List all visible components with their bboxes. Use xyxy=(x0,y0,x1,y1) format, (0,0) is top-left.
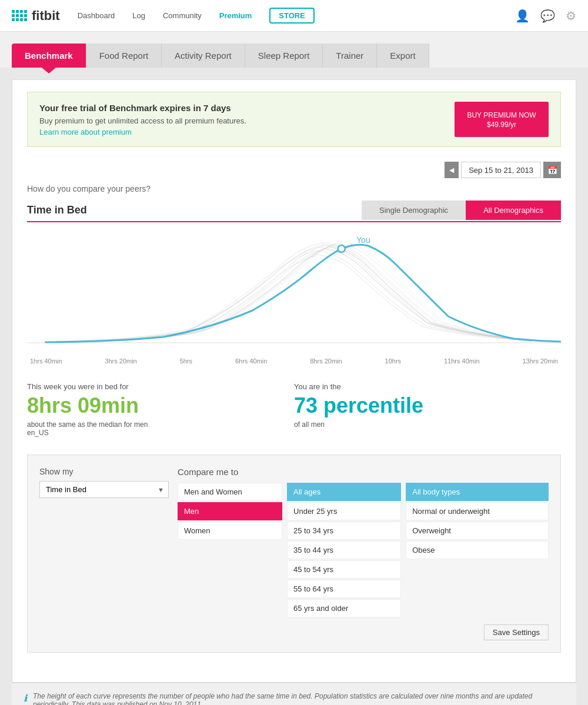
compare-columns: Men and Women Men Women All ages Under 2… xyxy=(178,483,549,619)
profile-icon[interactable]: 👤 xyxy=(515,9,530,23)
time-value: 8hrs 09min xyxy=(27,393,294,418)
store-button[interactable]: STORE xyxy=(269,8,315,24)
metric-title: Time in Bed xyxy=(27,199,362,221)
learn-more-link[interactable]: Learn more about premium xyxy=(39,128,132,136)
gender-option-men[interactable]: Men xyxy=(178,502,282,520)
age-option-45to54[interactable]: 45 to 54 yrs xyxy=(287,560,401,579)
show-my-select[interactable]: Time in BedStepsCaloriesDistanceActive M… xyxy=(39,481,169,498)
svg-point-1 xyxy=(338,245,345,252)
compare-me-title: Compare me to xyxy=(178,467,549,477)
age-option-55to64[interactable]: 55 to 64 yrs xyxy=(287,580,401,598)
percentile-label: You are in the xyxy=(294,382,561,391)
tab-export[interactable]: Export xyxy=(377,44,429,68)
footer-note: ℹ The height of each curve represents th… xyxy=(12,683,576,705)
banner-text: Your free trial of Benchmark expires in … xyxy=(39,103,246,136)
tab-section: Benchmark Food Report Activity Report Sl… xyxy=(0,32,588,68)
age-option-65plus[interactable]: 65 yrs and older xyxy=(287,599,401,617)
date-calendar-button[interactable]: 📅 xyxy=(543,162,561,178)
date-prev-button[interactable]: ◄ xyxy=(445,162,459,178)
x-label-0: 1hrs 40min xyxy=(30,357,62,365)
messages-icon[interactable]: 💬 xyxy=(540,9,555,23)
buy-price: $49.99 xyxy=(487,121,509,129)
nav-icons: 👤 💬 ⚙ xyxy=(515,9,576,23)
age-option-all[interactable]: All ages xyxy=(287,483,401,501)
single-demographic-button[interactable]: Single Demographic xyxy=(362,201,466,220)
compare-box: Show my Time in BedStepsCaloriesDistance… xyxy=(27,455,561,653)
save-settings-button[interactable]: Save Settings xyxy=(484,624,549,640)
trial-banner: Your free trial of Benchmark expires in … xyxy=(27,92,561,147)
body-option-overweight[interactable]: Overweight xyxy=(406,522,549,540)
week-label: This week you were in bed for xyxy=(27,382,294,391)
age-option-under25[interactable]: Under 25 yrs xyxy=(287,502,401,520)
x-label-6: 11hrs 40min xyxy=(444,357,480,365)
toggle-bar: Time in Bed Single Demographic All Demog… xyxy=(27,199,561,222)
buy-premium-button[interactable]: BUY PREMIUM NOW $49.99/yr xyxy=(455,102,549,137)
x-label-5: 10hrs xyxy=(385,357,402,365)
date-label: Sep 15 to 21, 2013 xyxy=(461,162,541,178)
content-card: Your free trial of Benchmark expires in … xyxy=(12,79,576,683)
x-label-2: 5hrs xyxy=(180,357,192,365)
show-my-select-wrapper[interactable]: Time in BedStepsCaloriesDistanceActive M… xyxy=(39,481,169,498)
age-option-25to34[interactable]: 25 to 34 yrs xyxy=(287,522,401,540)
show-my-column: Show my Time in BedStepsCaloriesDistance… xyxy=(39,467,169,640)
compare-peers-label: How do you compare your peers? xyxy=(27,184,561,193)
tab-bar: Benchmark Food Report Activity Report Sl… xyxy=(12,44,576,68)
show-my-label: Show my xyxy=(39,467,169,476)
nav-dashboard[interactable]: Dashboard xyxy=(78,11,115,20)
gender-options: Men and Women Men Women xyxy=(178,483,282,619)
chart-svg: You xyxy=(27,234,561,352)
nav-links: Dashboard Log Community Premium STORE xyxy=(78,8,503,24)
main-content: Your free trial of Benchmark expires in … xyxy=(0,68,588,705)
percentile-value: 73 percentile xyxy=(294,393,561,418)
x-label-3: 6hrs 40min xyxy=(235,357,267,365)
tab-trainer[interactable]: Trainer xyxy=(323,44,377,68)
tab-activity-report[interactable]: Activity Report xyxy=(162,44,245,68)
x-label-4: 8hrs 20min xyxy=(310,357,342,365)
gender-option-women[interactable]: Women xyxy=(178,522,282,540)
logo[interactable]: fitbit xyxy=(12,8,60,24)
all-demographics-button[interactable]: All Demographics xyxy=(466,201,561,220)
percentile-sub: of all men xyxy=(294,420,561,429)
gender-option-all[interactable]: Men and Women xyxy=(178,483,282,501)
benchmark-chart: You xyxy=(27,234,561,352)
tab-food-report[interactable]: Food Report xyxy=(86,44,162,68)
time-sub2: en_US xyxy=(27,429,294,437)
x-label-7: 13hrs 20min xyxy=(522,357,558,365)
compare-me-column: Compare me to Men and Women Men Women Al… xyxy=(178,467,549,640)
tab-sleep-report[interactable]: Sleep Report xyxy=(245,44,323,68)
banner-body: Buy premium to get unlimited access to a… xyxy=(39,116,246,125)
banner-heading: Your free trial of Benchmark expires in … xyxy=(39,103,246,113)
tab-benchmark[interactable]: Benchmark xyxy=(12,44,86,68)
body-option-normal[interactable]: Normal or underweight xyxy=(406,502,549,520)
body-option-obese[interactable]: Obese xyxy=(406,541,549,559)
svg-text:You: You xyxy=(356,235,370,245)
time-sub1: about the same as the median for men xyxy=(27,420,294,429)
body-type-options: All body types Normal or underweight Ove… xyxy=(406,483,549,619)
footer-note-text: The height of each curve represents the … xyxy=(33,692,564,705)
nav-log[interactable]: Log xyxy=(132,11,145,20)
logo-dots-icon xyxy=(12,10,27,21)
buy-period: /yr xyxy=(509,121,516,129)
nav-community[interactable]: Community xyxy=(163,11,202,20)
settings-icon[interactable]: ⚙ xyxy=(566,9,576,23)
date-navigation: ◄ Sep 15 to 21, 2013 📅 xyxy=(27,162,561,178)
logo-text: fitbit xyxy=(32,8,60,24)
time-stat: This week you were in bed for 8hrs 09min… xyxy=(27,382,294,437)
compare-grid: Show my Time in BedStepsCaloriesDistance… xyxy=(39,467,549,640)
save-row: Save Settings xyxy=(178,624,549,640)
buy-label: BUY PREMIUM NOW xyxy=(467,111,536,119)
x-label-1: 3hrs 20min xyxy=(105,357,136,365)
chart-x-labels: 1hrs 40min 3hrs 20min 5hrs 6hrs 40min 8h… xyxy=(27,357,561,365)
body-option-all[interactable]: All body types xyxy=(406,483,549,501)
age-option-35to44[interactable]: 35 to 44 yrs xyxy=(287,541,401,559)
nav-premium[interactable]: Premium xyxy=(219,11,252,20)
stats-row: This week you were in bed for 8hrs 09min… xyxy=(27,376,561,437)
info-icon: ℹ xyxy=(24,693,27,704)
percentile-stat: You are in the 73 percentile of all men xyxy=(294,382,561,437)
age-options: All ages Under 25 yrs 25 to 34 yrs 35 to… xyxy=(287,483,401,619)
top-navigation: fitbit Dashboard Log Community Premium S… xyxy=(0,0,588,32)
